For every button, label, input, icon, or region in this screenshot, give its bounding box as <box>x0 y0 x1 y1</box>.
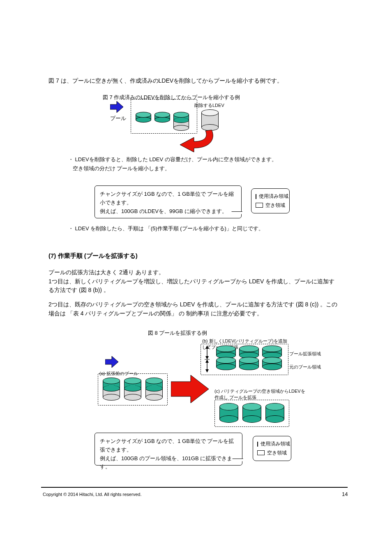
svg-marker-9 <box>171 375 209 403</box>
fig8-c-label: (c) パリティグループの空き領域からLDEVを 作成し プールを拡張 <box>214 388 305 401</box>
svg-marker-5 <box>205 359 209 363</box>
fig8-caption: 図 8 プールを拡張する例 <box>148 329 207 337</box>
legend-used-swatch <box>256 194 256 199</box>
fig7-ldev-1 <box>136 112 151 123</box>
section2-para2: 2つ目は、既存のパリティグループの空き領域から LDEV を作成し、プールに追加… <box>48 300 340 318</box>
fig8-a-blue-arrow-icon <box>105 356 118 369</box>
fig7-delete-ldev <box>201 109 219 131</box>
fig8-b-measure <box>203 345 211 374</box>
para-shrink-intro: 図 7 は、プールに空きが無く、作成済みのLDEVを削除してからプールを縮小する… <box>48 76 283 86</box>
red-big-arrow-icon <box>171 375 209 405</box>
blue-arrow-icon <box>110 101 123 114</box>
fig8-a-3 <box>145 378 163 401</box>
footer-page-number: 14 <box>342 491 348 497</box>
fig8-b-oldpool-label: 元のプール領域 <box>289 364 321 371</box>
fig7-followup: ・ LDEV を削除したら、手順は 「(5)作業手順 (プールを縮小する)」と同… <box>68 225 264 233</box>
fig8-note-box: チャンクサイズが 1GB なので、1 GB単位で プールを拡張できます。 例えば… <box>95 433 242 466</box>
svg-marker-0 <box>110 101 123 113</box>
fig8-a-2 <box>124 378 141 401</box>
fig8-b-newpool-label: プール拡張領域 <box>289 350 321 357</box>
footer-rule <box>41 487 348 488</box>
section2-para1: プールの拡張方法は大きく 2通り あります。 1つ目は、新しくパリティグループを… <box>48 268 340 295</box>
legend-free-swatch-2 <box>257 450 265 455</box>
fig8-c-1 <box>219 403 238 423</box>
fig7-delete-label: 削除するLDEV <box>194 102 224 109</box>
svg-marker-2 <box>205 345 209 349</box>
svg-marker-3 <box>205 356 209 359</box>
fig7-note-box: チャンクサイズが 1GB なので、1 GB単位で プールを縮小できます。 例えば… <box>95 185 242 218</box>
svg-marker-6 <box>205 369 209 373</box>
fig7-note-line2: 空き領域の分だけ プールを縮小します。 <box>68 164 170 173</box>
fig8-b-bot-2 <box>239 357 259 370</box>
legend-free-swatch <box>256 203 263 208</box>
fig8-a-1 <box>103 378 120 401</box>
footer-copyright: Copyright © 2014 Hitachi, Ltd. All right… <box>43 492 141 497</box>
fig8-legend: 使用済み領域 空き領域 <box>253 436 291 461</box>
fig7-pool-label: プール <box>110 114 126 123</box>
svg-marker-8 <box>105 356 118 368</box>
fig7-legend: 使用済み領域 空き領域 <box>251 188 290 213</box>
fig8-c-2 <box>242 403 261 423</box>
red-curved-arrow-icon <box>173 129 218 154</box>
section2-heading: (7) 作業手順 (プールを拡張する) <box>48 251 138 260</box>
legend-used-swatch-2 <box>257 442 258 447</box>
fig8-b-bot-3 <box>262 357 282 370</box>
fig7-ldev-2 <box>154 112 170 123</box>
fig8-c-3 <box>265 403 284 423</box>
fig7-ldev-3 <box>173 112 189 131</box>
fig8-b-bot-1 <box>216 357 236 370</box>
fig7-note-line1: ・ LDEVを削除すると、削除した LDEV の容量だけ、プール内に空き領域がで… <box>68 155 277 164</box>
